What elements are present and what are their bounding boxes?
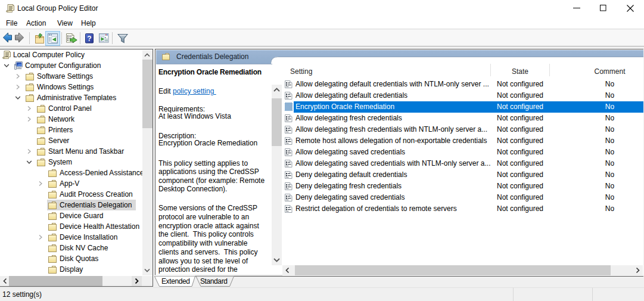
- svg-text:?: ?: [87, 35, 91, 43]
